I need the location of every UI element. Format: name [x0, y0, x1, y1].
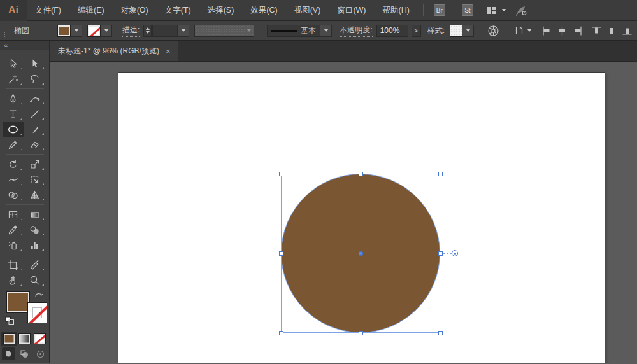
stock-button[interactable]: St	[462, 4, 473, 16]
pen-tool[interactable]	[3, 91, 24, 106]
shape-center-point[interactable]	[359, 251, 363, 256]
handle-middle-left[interactable]	[279, 251, 283, 256]
shape-builder-tool[interactable]	[3, 187, 24, 202]
opacity-more-button[interactable]: >	[412, 25, 421, 37]
fill-color-chevron[interactable]	[71, 25, 82, 37]
style-swatch[interactable]	[450, 25, 462, 37]
hand-tool[interactable]	[3, 272, 24, 288]
pie-widget-line	[443, 253, 452, 254]
recolor-artwork-icon[interactable]	[486, 24, 500, 38]
gradient-button[interactable]	[18, 333, 31, 344]
workspace-switcher-icon[interactable]	[486, 6, 497, 15]
handle-bottom-center[interactable]	[359, 331, 363, 335]
align-bottom-icon[interactable]	[620, 24, 634, 38]
free-transform-tool[interactable]	[24, 172, 46, 187]
menu-effect[interactable]: 效果(C)	[242, 0, 285, 21]
canvas-pasteboard[interactable]	[50, 62, 637, 363]
zoom-tool[interactable]	[24, 272, 46, 288]
draw-behind-button[interactable]	[18, 347, 31, 360]
stroke-none-swatch[interactable]	[87, 25, 101, 37]
menu-object[interactable]: 对象(O)	[113, 0, 157, 21]
controlbar-grip[interactable]	[2, 24, 6, 37]
line-segment-tool[interactable]	[24, 106, 46, 122]
align-h-center-icon[interactable]	[555, 24, 569, 38]
slice-tool[interactable]	[24, 257, 46, 272]
eraser-tool[interactable]	[24, 137, 46, 152]
stepper-down-icon[interactable]	[146, 31, 150, 34]
fill-color-swatch[interactable]	[57, 25, 71, 37]
stroke-swatch-none[interactable]	[27, 302, 47, 323]
document-setup-chevron-icon[interactable]	[527, 29, 531, 32]
stroke-color-chevron[interactable]	[101, 25, 112, 37]
none-button[interactable]	[34, 333, 46, 344]
symbol-sprayer-tool[interactable]	[3, 237, 24, 253]
handle-bottom-right[interactable]	[438, 331, 443, 335]
width-tool[interactable]	[3, 172, 24, 187]
color-button[interactable]	[3, 333, 15, 344]
curvature-tool[interactable]	[24, 91, 46, 106]
swap-fill-stroke-icon[interactable]	[34, 290, 45, 300]
lasso-tool[interactable]	[24, 71, 46, 87]
pen-tool-icon	[8, 94, 18, 104]
align-v-center-icon[interactable]	[605, 24, 619, 38]
stroke-weight-field[interactable]	[152, 25, 178, 37]
tab-close-icon[interactable]: ×	[166, 47, 171, 55]
pie-angle-widget[interactable]	[452, 250, 458, 256]
ellipse-tool[interactable]	[3, 122, 24, 137]
menu-type[interactable]: 文字(T)	[157, 0, 199, 21]
handle-middle-right[interactable]	[438, 251, 443, 256]
fill-swatch[interactable]	[6, 291, 30, 313]
handle-top-right[interactable]	[438, 172, 443, 176]
tool-group-separator	[6, 255, 44, 255]
menu-select[interactable]: 选择(S)	[199, 0, 243, 21]
stroke-weight-stepper[interactable]	[143, 25, 152, 37]
mesh-tool[interactable]	[3, 207, 24, 222]
workspace-chevron-icon[interactable]	[502, 9, 506, 11]
menu-file[interactable]: 文件(F)	[27, 0, 69, 21]
opacity-input[interactable]	[376, 25, 408, 37]
default-fill-stroke-icon[interactable]	[5, 316, 15, 326]
align-right-icon[interactable]	[571, 24, 584, 38]
brush-definition-field[interactable]: 基本	[267, 25, 320, 37]
artboard-tool[interactable]	[3, 257, 24, 272]
controlbar-separator-2	[506, 24, 506, 38]
type-tool[interactable]	[3, 106, 24, 122]
stroke-panel-link[interactable]: 描边:	[122, 25, 140, 37]
scale-tool[interactable]	[24, 157, 46, 172]
toolbar-collapse-button[interactable]: «	[0, 41, 49, 50]
column-graph-tool[interactable]	[24, 237, 46, 253]
menu-window[interactable]: 窗口(W)	[329, 0, 374, 21]
toolbar-grip[interactable]	[0, 50, 49, 56]
opacity-panel-link[interactable]: 不透明度:	[340, 25, 372, 37]
gradient-tool[interactable]	[24, 207, 46, 222]
brush-definition-chevron[interactable]	[320, 25, 332, 37]
width-profile-dropdown[interactable]	[194, 25, 254, 37]
handle-top-center[interactable]	[359, 172, 363, 176]
style-chevron[interactable]	[462, 25, 474, 37]
align-top-icon[interactable]	[590, 24, 603, 38]
rocket-icon[interactable]	[516, 5, 527, 16]
document-setup-icon[interactable]	[512, 24, 526, 38]
blend-tool[interactable]	[24, 222, 46, 237]
bridge-button[interactable]: Br	[434, 4, 445, 16]
menu-edit[interactable]: 编辑(E)	[69, 0, 113, 21]
rotate-tool[interactable]	[3, 157, 24, 172]
draw-inside-button[interactable]	[34, 347, 47, 360]
stroke-weight-chevron[interactable]	[178, 25, 189, 37]
paintbrush-tool[interactable]	[24, 122, 46, 137]
perspective-grid-tool[interactable]	[24, 187, 46, 202]
pencil-tool[interactable]	[3, 137, 24, 152]
stepper-up-icon[interactable]	[146, 27, 150, 30]
eyedropper-tool[interactable]	[3, 222, 24, 237]
align-left-icon[interactable]	[540, 24, 554, 38]
handle-top-left[interactable]	[279, 172, 283, 176]
document-tab[interactable]: 未标题-1* @ 96% (RGB/预览) ×	[50, 41, 178, 61]
magic-wand-tool[interactable]	[3, 71, 24, 87]
draw-normal-button[interactable]	[2, 347, 15, 360]
style-label: 样式:	[427, 25, 445, 36]
handle-bottom-left[interactable]	[279, 331, 283, 335]
menu-help[interactable]: 帮助(H)	[375, 0, 418, 21]
direct-selection-tool[interactable]	[24, 56, 46, 71]
menu-view[interactable]: 视图(V)	[286, 0, 329, 21]
selection-tool[interactable]	[3, 56, 24, 71]
